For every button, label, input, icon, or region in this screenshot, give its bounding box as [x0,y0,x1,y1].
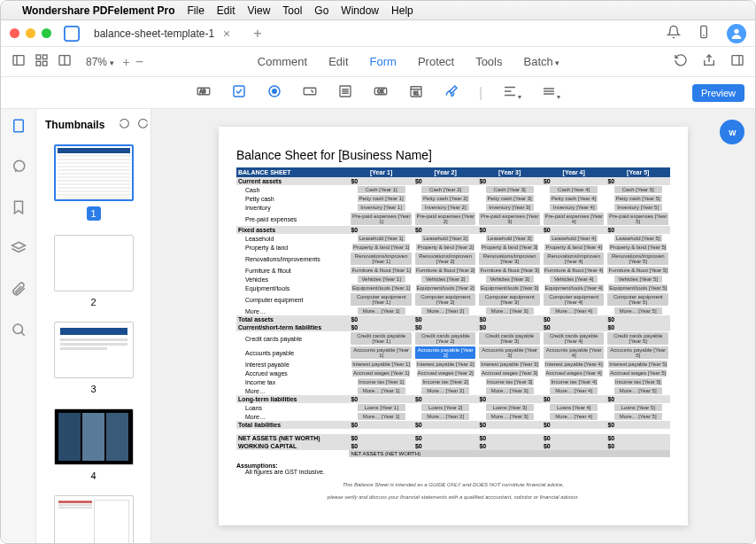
form-field[interactable]: Furniture & fitout [Year 2] [415,267,475,274]
document-tab[interactable]: balance-sheet-template-1 × [87,27,237,41]
form-field[interactable]: More… [Year 3] [486,307,534,315]
form-field[interactable]: Leasehold [Year 2] [421,235,469,242]
thumbnails-rail-icon[interactable] [11,118,27,137]
form-field[interactable]: Renovations/improven [Year 2] [415,253,476,265]
form-field[interactable]: Credit cards payable [Year 4] [544,332,605,345]
form-field[interactable]: Leasehold [Year 5] [614,235,662,242]
grid-view-icon[interactable] [35,53,49,70]
form-field[interactable]: Leasehold [Year 1] [358,235,405,242]
tab-batch[interactable]: Batch [523,55,559,68]
form-field[interactable]: Loans [Year 4] [550,404,598,411]
comments-rail-icon[interactable] [11,159,27,178]
form-field[interactable]: Pre-paid expenses [Year 3] [479,213,540,225]
form-field[interactable]: Accrued wages [Year 3] [481,369,538,377]
form-field[interactable]: Accounts payable [Year 4] [544,346,605,359]
form-field[interactable]: Renovations/improven [Year 3] [479,253,540,265]
more-tool-icon[interactable]: ▾ [541,83,560,103]
zoom-value[interactable]: 87% [86,56,114,68]
close-window-button[interactable] [10,28,19,38]
form-field[interactable]: Loans [Year 3] [486,404,534,411]
form-field[interactable]: More… [Year 2] [421,307,469,315]
form-field[interactable]: Inventory [Year 1] [358,204,405,211]
attachments-rail-icon[interactable] [11,281,27,300]
mobile-icon[interactable] [697,25,711,43]
form-field[interactable]: Renovations/improven [Year 5] [607,253,668,265]
word-export-button[interactable]: W [720,120,744,144]
form-field[interactable]: More… [Year 1] [358,413,405,420]
form-field[interactable]: Pre-paid expenses [Year 5] [607,213,668,225]
listbox-tool-icon[interactable] [337,83,353,103]
form-field[interactable]: Accrued wages [Year 2] [417,369,474,377]
form-field[interactable]: More… [Year 5] [614,307,662,315]
form-field[interactable]: Loans [Year 1] [358,404,405,411]
form-field[interactable]: Computer equipment [Year 5] [607,293,668,306]
zoom-out-button[interactable]: − [135,54,143,70]
edit-menu[interactable]: Edit [217,4,235,17]
preview-button[interactable]: Preview [692,84,744,102]
form-field[interactable]: More… [Year 4] [550,413,598,420]
button-tool-icon[interactable]: OK [373,83,389,103]
form-field[interactable]: Pre-paid expenses [Year 4] [544,213,605,225]
radio-tool-icon[interactable] [266,83,282,103]
form-field[interactable]: Interest payable [Year 5] [608,361,667,368]
form-field[interactable]: Credit cards payable [Year 3] [479,332,540,345]
tool-menu[interactable]: Tool [282,4,302,17]
form-field[interactable]: Pre-paid expenses [Year 1] [351,213,412,225]
form-field[interactable]: Leasehold [Year 4] [550,235,598,242]
form-field[interactable]: Petty cash [Year 2] [421,195,469,202]
form-field[interactable]: Interest payable [Year 2] [416,361,475,368]
form-field[interactable]: Inventory [Year 5] [614,204,662,211]
form-field[interactable]: Furniture & fitout [Year 3] [479,267,539,274]
date-tool-icon[interactable]: 31 [408,83,424,103]
layers-rail-icon[interactable] [11,240,27,260]
form-field[interactable]: Pre-paid expenses [Year 2] [415,213,476,225]
form-field[interactable]: Property & land [Year 3] [481,244,538,251]
tab-protect[interactable]: Protect [418,55,454,68]
thumbnail-4[interactable] [54,408,134,465]
form-field[interactable]: Equipment/tools [Year 2] [416,284,475,291]
form-field[interactable]: More… [Year 3] [486,413,534,420]
go-menu[interactable]: Go [314,4,328,17]
form-field[interactable]: Accounts payable [Year 5] [607,346,668,359]
form-field[interactable]: Accrued wages [Year 5] [609,369,667,377]
form-field[interactable]: Equipment/tools [Year 4] [544,284,604,291]
form-field[interactable]: Renovations/improven [Year 1] [351,253,412,265]
dropdown-tool-icon[interactable] [302,83,318,103]
form-field[interactable]: Vehicles [Year 3] [486,276,534,283]
form-field[interactable]: Accounts payable [Year 3] [479,346,540,359]
form-field[interactable]: Cash [Year 2] [421,186,469,193]
form-field[interactable]: Credit cards payable [Year 1] [351,332,412,345]
form-field[interactable]: More… [Year 4] [550,387,598,394]
form-field[interactable]: Computer equipment [Year 4] [544,293,605,306]
reader-view-icon[interactable] [58,53,72,70]
rotate-left-icon[interactable] [119,118,130,132]
form-field[interactable]: Income tax [Year 3] [486,378,534,385]
form-field[interactable]: Cash [Year 1] [358,186,405,193]
form-field[interactable]: Inventory [Year 3] [486,204,534,211]
zoom-control[interactable]: 87% + − [86,54,143,70]
form-field[interactable]: Inventory [Year 4] [550,204,598,211]
form-field[interactable]: Vehicles [Year 2] [421,276,469,283]
form-field[interactable]: Interest payable [Year 3] [480,361,539,368]
form-field[interactable]: Interest payable [Year 4] [544,361,604,368]
form-field[interactable]: Credit cards payable [Year 2] [415,332,476,345]
form-field[interactable]: Credit cards payable [Year 5] [607,332,668,345]
form-field[interactable]: Interest payable [Year 1] [351,361,411,368]
app-menu[interactable]: Wondershare PDFelement Pro [22,4,175,17]
tab-tools[interactable]: Tools [475,55,502,68]
form-field[interactable]: More… [Year 1] [358,387,405,394]
form-field[interactable]: Cash [Year 4] [550,186,598,193]
form-field[interactable]: Loans [Year 2] [421,404,469,411]
rotate-right-icon[interactable] [137,118,149,132]
checkbox-tool-icon[interactable] [231,83,247,103]
form-field[interactable]: More… [Year 5] [614,413,662,420]
zoom-in-button[interactable]: + [123,55,130,69]
form-field[interactable]: Accounts payable [Year 1] [351,346,412,359]
form-field[interactable]: Computer equipment [Year 2] [415,293,476,306]
user-avatar[interactable] [727,24,746,43]
file-menu[interactable]: File [188,4,204,17]
form-field[interactable]: Furniture & fitout [Year 5] [607,267,667,274]
form-field[interactable]: Cash [Year 5] [614,186,662,193]
form-field[interactable]: Income tax [Year 4] [550,378,598,385]
maximize-window-button[interactable] [42,28,51,38]
